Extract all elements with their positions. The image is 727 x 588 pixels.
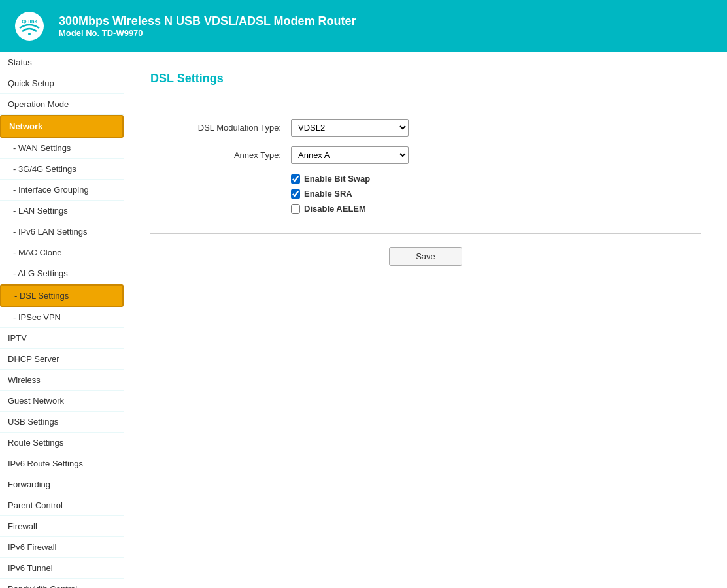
svg-point-2 [28, 33, 31, 35]
bit-swap-row: Enable Bit Swap [291, 174, 701, 184]
sra-row: Enable SRA [291, 189, 701, 199]
header: tp-link 300Mbps Wireless N USB VDSL/ADSL… [0, 0, 727, 52]
sidebar-item-iptv[interactable]: IPTV [0, 328, 124, 349]
annex-row: Annex Type: Annex A Annex B Annex M [150, 146, 701, 164]
sidebar-item-operation-mode[interactable]: Operation Mode [0, 94, 124, 115]
sidebar-item-ipsec-vpn[interactable]: - IPSec VPN [0, 307, 124, 328]
sidebar-item-ipv6-tunnel[interactable]: IPv6 Tunnel [0, 558, 124, 579]
model-number: Model No. TD-W9970 [59, 28, 356, 38]
bottom-divider [150, 233, 701, 234]
header-text-block: 300Mbps Wireless N USB VDSL/ADSL Modem R… [59, 14, 356, 38]
sidebar-item-usb-settings[interactable]: USB Settings [0, 412, 124, 433]
main-content: DSL Settings DSL Modulation Type: VDSL2 … [124, 52, 727, 588]
sidebar: Status Quick Setup Operation Mode Networ… [0, 52, 124, 588]
sidebar-item-route-settings[interactable]: Route Settings [0, 433, 124, 453]
sidebar-item-bandwidth-control[interactable]: Bandwidth Control [0, 579, 124, 588]
bit-swap-label[interactable]: Enable Bit Swap [304, 174, 370, 184]
top-divider [150, 99, 701, 99]
modulation-select[interactable]: VDSL2 ADSL Auto [291, 119, 409, 137]
sidebar-item-wireless[interactable]: Wireless [0, 370, 124, 391]
sidebar-item-alg-settings[interactable]: - ALG Settings [0, 263, 124, 284]
sidebar-item-3g4g-settings[interactable]: - 3G/4G Settings [0, 159, 124, 180]
modulation-label: DSL Modulation Type: [150, 123, 281, 133]
sidebar-item-forwarding[interactable]: Forwarding [0, 474, 124, 495]
bit-swap-checkbox[interactable] [291, 174, 300, 184]
annex-label: Annex Type: [150, 150, 281, 160]
sidebar-item-lan-settings[interactable]: - LAN Settings [0, 201, 124, 221]
device-title: 300Mbps Wireless N USB VDSL/ADSL Modem R… [59, 14, 356, 28]
svg-text:tp-link: tp-link [22, 18, 38, 24]
sidebar-item-ipv6-firewall[interactable]: IPv6 Firewall [0, 537, 124, 558]
sidebar-item-firewall[interactable]: Firewall [0, 516, 124, 537]
sidebar-item-wan-settings[interactable]: - WAN Settings [0, 138, 124, 159]
logo-area: tp-link [13, 10, 46, 42]
tp-link-logo: tp-link [13, 10, 46, 42]
dsl-settings-form: DSL Modulation Type: VDSL2 ADSL Auto Ann… [150, 119, 701, 214]
sra-label[interactable]: Enable SRA [304, 189, 352, 199]
sidebar-item-mac-clone[interactable]: - MAC Clone [0, 242, 124, 263]
save-button[interactable]: Save [389, 247, 462, 266]
page-title: DSL Settings [150, 72, 701, 86]
save-section: Save [150, 233, 701, 266]
annex-select[interactable]: Annex A Annex B Annex M [291, 146, 409, 164]
sidebar-item-network[interactable]: Network [0, 115, 124, 138]
aelem-row: Disable AELEM [291, 204, 701, 214]
sidebar-item-status[interactable]: Status [0, 52, 124, 73]
sidebar-item-ipv6-lan-settings[interactable]: - IPv6 LAN Settings [0, 221, 124, 242]
sidebar-item-guest-network[interactable]: Guest Network [0, 391, 124, 412]
sra-checkbox[interactable] [291, 189, 300, 199]
sidebar-item-dsl-settings[interactable]: - DSL Settings [0, 284, 124, 307]
main-layout: Status Quick Setup Operation Mode Networ… [0, 52, 727, 588]
aelem-label[interactable]: Disable AELEM [304, 204, 366, 214]
aelem-checkbox[interactable] [291, 204, 300, 214]
svg-point-0 [15, 12, 44, 41]
sidebar-item-ipv6-route-settings[interactable]: IPv6 Route Settings [0, 453, 124, 474]
sidebar-item-parent-control[interactable]: Parent Control [0, 495, 124, 516]
sidebar-item-quick-setup[interactable]: Quick Setup [0, 73, 124, 94]
sidebar-item-interface-grouping[interactable]: - Interface Grouping [0, 180, 124, 201]
modulation-row: DSL Modulation Type: VDSL2 ADSL Auto [150, 119, 701, 137]
sidebar-item-dhcp-server[interactable]: DHCP Server [0, 349, 124, 370]
